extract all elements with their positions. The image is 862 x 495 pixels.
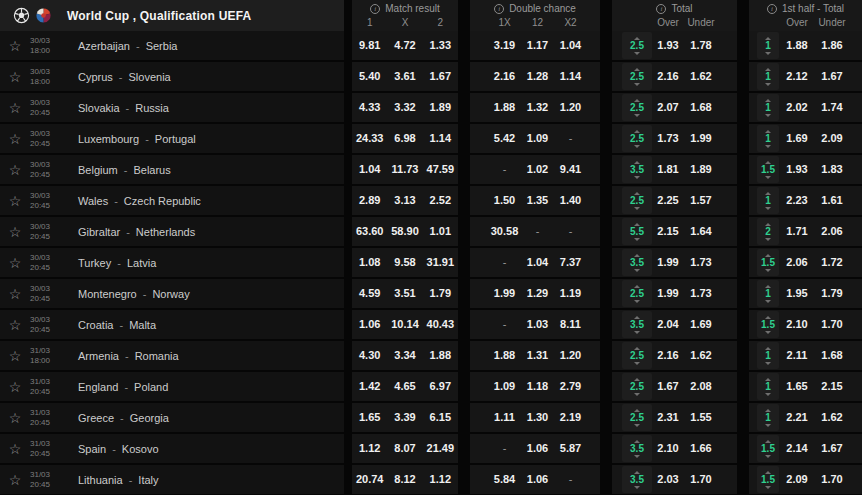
favorite-star-icon[interactable]: ☆ [0,194,30,208]
odds-cell-away-win[interactable]: 1.01 [423,217,458,246]
odds-cell-first-half-under[interactable]: 2.06 [815,217,849,246]
odds-cell-home-win[interactable]: 9.81 [352,31,387,60]
match-teams[interactable]: Slovakia-Russia [78,102,169,114]
odds-cell-x2[interactable]: 2.19 [554,403,587,432]
favorite-star-icon[interactable]: ☆ [0,473,30,487]
odds-cell-total-over[interactable]: 2.15 [652,217,684,246]
match-teams[interactable]: Lithuania-Italy [78,474,159,486]
odds-cell-x2[interactable]: 8.11 [554,310,587,339]
match-teams[interactable]: England-Poland [78,381,168,393]
odds-cell-total-under[interactable]: 1.78 [684,31,718,60]
chevron-down-icon[interactable] [634,207,640,210]
odds-cell-first-half-over[interactable]: 1.69 [779,124,815,153]
first-half-line-stepper[interactable]: 1 [757,404,779,431]
odds-cell-total-under[interactable]: 1.70 [684,465,718,494]
odds-cell-home-win[interactable]: 1.08 [352,248,387,277]
odds-cell-total-over[interactable]: 2.25 [652,186,684,215]
odds-cell-1x[interactable]: 1.99 [488,279,521,308]
favorite-star-icon[interactable]: ☆ [0,101,30,115]
odds-cell-12[interactable]: 1.28 [521,62,554,91]
odds-cell-home-win[interactable]: 4.59 [352,279,387,308]
odds-cell-x2[interactable]: 5.87 [554,434,587,463]
odds-cell-first-half-under[interactable]: 1.68 [815,341,849,370]
odds-cell-draw[interactable]: 3.61 [387,62,422,91]
total-line-stepper[interactable]: 3.5 [622,156,652,183]
odds-cell-total-under[interactable]: 1.73 [684,279,718,308]
odds-cell-total-over[interactable]: 2.03 [652,465,684,494]
total-line-stepper[interactable]: 2.5 [622,63,652,90]
odds-cell-draw[interactable]: 4.72 [387,31,422,60]
odds-cell-1x[interactable]: 2.16 [488,62,521,91]
odds-cell-1x[interactable]: 5.42 [488,124,521,153]
odds-cell-draw[interactable]: 9.58 [387,248,422,277]
competition-header[interactable]: World Cup , Qualification UEFA [0,0,344,31]
total-line-stepper[interactable]: 2.5 [622,32,652,59]
favorite-star-icon[interactable]: ☆ [0,163,30,177]
odds-cell-total-over[interactable]: 2.16 [652,341,684,370]
odds-cell-first-half-over[interactable]: 2.10 [779,310,815,339]
odds-cell-first-half-under[interactable]: 1.83 [815,155,849,184]
odds-cell-x2[interactable]: - [554,124,587,153]
odds-cell-first-half-under[interactable]: 1.70 [815,310,849,339]
odds-cell-1x[interactable]: - [488,310,521,339]
odds-cell-first-half-under[interactable]: 1.74 [815,93,849,122]
odds-cell-first-half-under[interactable]: 2.09 [815,124,849,153]
odds-cell-x2[interactable]: 1.40 [554,186,587,215]
odds-cell-1x[interactable]: 30.58 [488,217,521,246]
odds-cell-total-under[interactable]: 2.08 [684,372,718,401]
odds-cell-first-half-over[interactable]: 2.09 [779,465,815,494]
chevron-down-icon[interactable] [634,83,640,86]
chevron-down-icon[interactable] [765,424,771,427]
first-half-line-stepper[interactable]: 1.5 [757,435,779,462]
odds-cell-x2[interactable]: 1.14 [554,62,587,91]
favorite-star-icon[interactable]: ☆ [0,132,30,146]
odds-cell-total-under[interactable]: 1.99 [684,124,718,153]
odds-cell-draw[interactable]: 8.12 [387,465,422,494]
odds-cell-away-win[interactable]: 1.14 [423,124,458,153]
total-line-stepper[interactable]: 5.5 [622,218,652,245]
odds-cell-draw[interactable]: 11.73 [387,155,422,184]
chevron-down-icon[interactable] [765,269,771,272]
odds-cell-total-over[interactable]: 2.10 [652,434,684,463]
odds-cell-first-half-over[interactable]: 1.95 [779,279,815,308]
chevron-down-icon[interactable] [634,176,640,179]
chevron-down-icon[interactable] [634,114,640,117]
chevron-down-icon[interactable] [765,52,771,55]
odds-cell-12[interactable]: 1.06 [521,434,554,463]
odds-cell-12[interactable]: 1.32 [521,93,554,122]
odds-cell-draw[interactable]: 3.39 [387,403,422,432]
odds-cell-first-half-over[interactable]: 2.06 [779,248,815,277]
match-teams[interactable]: Gibraltar-Netherlands [78,226,195,238]
match-teams[interactable]: Azerbaijan-Serbia [78,40,177,52]
odds-cell-first-half-over[interactable]: 2.11 [779,341,815,370]
odds-cell-home-win[interactable]: 5.40 [352,62,387,91]
odds-cell-total-under[interactable]: 1.62 [684,62,718,91]
odds-cell-draw[interactable]: 3.13 [387,186,422,215]
odds-cell-first-half-under[interactable]: 1.72 [815,248,849,277]
first-half-line-stepper[interactable]: 1.5 [757,311,779,338]
odds-cell-12[interactable]: 1.18 [521,372,554,401]
match-teams[interactable]: Armenia-Romania [78,350,179,362]
match-teams[interactable]: Luxembourg-Portugal [78,133,196,145]
favorite-star-icon[interactable]: ☆ [0,318,30,332]
odds-cell-away-win[interactable]: 1.67 [423,62,458,91]
odds-cell-12[interactable]: 1.17 [521,31,554,60]
first-half-line-stepper[interactable]: 1 [757,125,779,152]
chevron-down-icon[interactable] [765,486,771,489]
odds-cell-first-half-under[interactable]: 1.67 [815,434,849,463]
first-half-line-stepper[interactable]: 1 [757,280,779,307]
odds-cell-first-half-over[interactable]: 1.88 [779,31,815,60]
odds-cell-first-half-over[interactable]: 2.23 [779,186,815,215]
odds-cell-1x[interactable]: 3.19 [488,31,521,60]
odds-cell-home-win[interactable]: 4.33 [352,93,387,122]
odds-cell-draw[interactable]: 8.07 [387,434,422,463]
odds-cell-away-win[interactable]: 1.88 [423,341,458,370]
odds-cell-total-under[interactable]: 1.73 [684,248,718,277]
chevron-down-icon[interactable] [634,393,640,396]
odds-cell-away-win[interactable]: 40.43 [423,310,458,339]
odds-cell-home-win[interactable]: 63.60 [352,217,387,246]
odds-cell-total-over[interactable]: 2.04 [652,310,684,339]
info-icon[interactable]: i [767,4,777,14]
chevron-down-icon[interactable] [765,362,771,365]
odds-cell-away-win[interactable]: 2.52 [423,186,458,215]
